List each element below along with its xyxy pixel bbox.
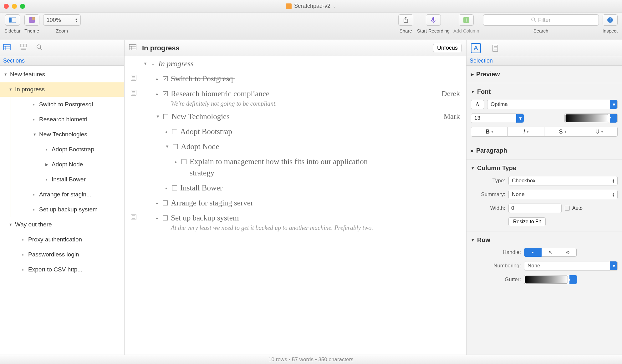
sidebar-item-adopt-bootstrap[interactable]: ● Adopt Bootstrap <box>11 142 124 157</box>
sidebar-item-proxy-auth[interactable]: ● Proxy authentication <box>0 232 124 247</box>
gutter-select[interactable]: ▾ <box>524 275 577 284</box>
auto-checkbox[interactable] <box>565 206 570 211</box>
handle-option-3[interactable]: ⊙ <box>559 248 577 257</box>
share-button[interactable] <box>398 14 413 26</box>
outline-row-adopt-node[interactable]: ▼ Adopt Node <box>125 139 466 154</box>
font-size-select[interactable]: 13 ▾ <box>471 114 524 123</box>
find-tab[interactable] <box>36 44 43 52</box>
outline-section-heading[interactable]: ▼ – In progress <box>125 56 466 71</box>
sections-tab[interactable] <box>3 44 11 52</box>
checkbox-unchecked[interactable] <box>172 129 177 134</box>
checkbox-unchecked[interactable] <box>173 144 178 149</box>
strikethrough-button[interactable]: S▾ <box>544 127 581 137</box>
sidebar-button[interactable] <box>5 14 20 26</box>
handle-segmented[interactable]: • ↖ ⊙ <box>524 248 577 257</box>
sidebar-item-adopt-node[interactable]: ▶ Adopt Node <box>11 157 124 172</box>
disclosure-triangle-icon[interactable]: ▼ <box>4 72 8 77</box>
resize-to-fit-button[interactable]: Resize to Fit <box>508 217 546 226</box>
inspector-paragraph-header[interactable]: ▶ Paragraph <box>471 147 618 154</box>
sidebar-item-arrange-staging[interactable]: ● Arrange for stagin... <box>11 187 124 202</box>
numbering-select[interactable]: None ▾ <box>524 261 618 270</box>
auto-label: Auto <box>572 205 583 211</box>
gutter-label: Gutter: <box>471 276 521 283</box>
window-title[interactable]: Scratchpad-v2 ⌄ <box>286 3 336 9</box>
checkbox-checked[interactable]: ✓ <box>163 76 168 81</box>
unfocus-button[interactable]: Unfocus <box>433 44 462 52</box>
inspector-tab-selection[interactable]: A <box>471 43 481 53</box>
search-input[interactable]: Filter <box>483 14 599 26</box>
handle-option-1[interactable]: • <box>524 248 542 257</box>
handle-option-2[interactable]: ↖ <box>542 248 559 257</box>
svg-rect-3 <box>32 17 35 20</box>
sidebar-item-new-features[interactable]: ▼ New features <box>0 67 124 82</box>
disclosure-triangle-icon[interactable]: ▼ <box>33 132 37 137</box>
bullet-icon: ● <box>165 182 169 191</box>
sidebar-item-new-tech[interactable]: ▼ New Technologies <box>11 127 124 142</box>
info-icon: i <box>607 17 613 23</box>
maximize-button[interactable] <box>20 4 25 9</box>
outline-body[interactable]: ▼ – In progress ● ✓ Switch to Postgresql… <box>125 56 466 355</box>
add-column-button[interactable] <box>459 14 474 26</box>
bullet-icon: ● <box>156 73 160 82</box>
outline-row-setup-backup[interactable]: ● Set up backup system At the very least… <box>125 210 466 233</box>
start-recording-label: Start Recording <box>417 28 450 33</box>
inspector-font-header[interactable]: ▼ Font <box>471 88 618 95</box>
note-icon[interactable] <box>131 214 136 220</box>
theme-button[interactable] <box>24 14 39 26</box>
disclosure-triangle-icon: ▼ <box>471 238 475 242</box>
disclosure-triangle-icon[interactable]: ▶ <box>45 162 50 167</box>
outline-row-adopt-bootstrap[interactable]: ● Adopt Bootstrap <box>125 124 466 139</box>
bold-button[interactable]: B▾ <box>471 127 508 137</box>
sidebar-item-install-bower[interactable]: ● Install Bower <box>11 172 124 187</box>
svg-rect-5 <box>432 17 434 21</box>
sidebar-item-setup-backup[interactable]: ● Set up backup system <box>11 202 124 217</box>
italic-button[interactable]: I▾ <box>508 127 544 137</box>
sidebar-tree: ▼ New features ▼ In progress ● Switch to… <box>0 66 124 355</box>
sidebar-item-passwordless[interactable]: ● Passwordless login <box>0 247 124 262</box>
note-icon[interactable] <box>131 90 136 96</box>
checkbox-unchecked[interactable] <box>172 185 177 190</box>
disclosure-triangle-icon[interactable]: ▼ <box>9 87 13 92</box>
font-panel-button[interactable]: A <box>471 100 484 109</box>
start-recording-button[interactable] <box>426 14 441 26</box>
checkbox-unchecked[interactable] <box>163 200 168 205</box>
inspector-column-type-header[interactable]: ▼ Column Type <box>471 164 618 172</box>
checkbox-unchecked[interactable] <box>163 215 168 220</box>
disclosure-triangle-icon[interactable]: ▼ <box>9 222 13 227</box>
outline-icon[interactable] <box>129 44 136 52</box>
type-select[interactable]: Checkbox ▴▾ <box>508 176 618 185</box>
note-icon[interactable] <box>131 75 136 81</box>
outline-row-research-bio[interactable]: ● ✓ Research biometric compliance We're … <box>125 86 466 109</box>
titlebar: Scratchpad-v2 ⌄ <box>0 0 622 13</box>
close-button[interactable] <box>4 4 9 9</box>
disclosure-triangle-icon[interactable]: ▼ <box>143 58 148 66</box>
width-input[interactable]: 0 <box>508 204 562 213</box>
outline-row-switch-pg[interactable]: ● ✓ Switch to Postgresql <box>125 71 466 86</box>
outline-row-explain-mgmt[interactable]: ● Explain to management how this fits in… <box>125 154 466 180</box>
sidebar-item-in-progress[interactable]: ▼ In progress <box>0 82 124 97</box>
disclosure-triangle-icon[interactable]: ▼ <box>156 111 160 119</box>
inspector-tab-document[interactable] <box>490 43 500 53</box>
sidebar-item-switch-pg[interactable]: ● Switch to Postgresql <box>11 97 124 112</box>
zoom-select[interactable]: 100% ▴▾ <box>43 14 81 26</box>
checkbox-unchecked[interactable] <box>163 114 168 119</box>
sidebar-item-way-out[interactable]: ▼ Way out there <box>0 217 124 232</box>
sidebar-item-research-bio[interactable]: ● Research biometri... <box>11 112 124 127</box>
summary-select[interactable]: None ▴▾ <box>508 190 618 199</box>
minimize-button[interactable] <box>12 4 17 9</box>
outline-row-new-tech[interactable]: ▼ New Technologies Mark <box>125 109 466 124</box>
sidebar-item-export-csv[interactable]: ● Export to CSV http... <box>0 262 124 277</box>
checkbox-checked[interactable]: ✓ <box>163 91 168 96</box>
outline-row-arrange-staging[interactable]: ● Arrange for staging server <box>125 195 466 210</box>
inspector-row-header[interactable]: ▼ Row <box>471 236 618 244</box>
underline-button[interactable]: U▾ <box>581 127 618 137</box>
font-family-select[interactable]: Optima ▾ <box>487 100 618 109</box>
styles-tab[interactable] <box>20 44 27 52</box>
inspector-preview-header[interactable]: ▶ Preview <box>471 71 618 78</box>
font-color-select[interactable]: ▾ <box>564 114 618 123</box>
mixed-checkbox-icon[interactable]: – <box>151 62 155 66</box>
disclosure-triangle-icon[interactable]: ▼ <box>165 141 170 149</box>
outline-row-install-bower[interactable]: ● Install Bower <box>125 180 466 195</box>
checkbox-unchecked[interactable] <box>181 159 186 164</box>
inspect-button[interactable]: i <box>603 14 618 26</box>
